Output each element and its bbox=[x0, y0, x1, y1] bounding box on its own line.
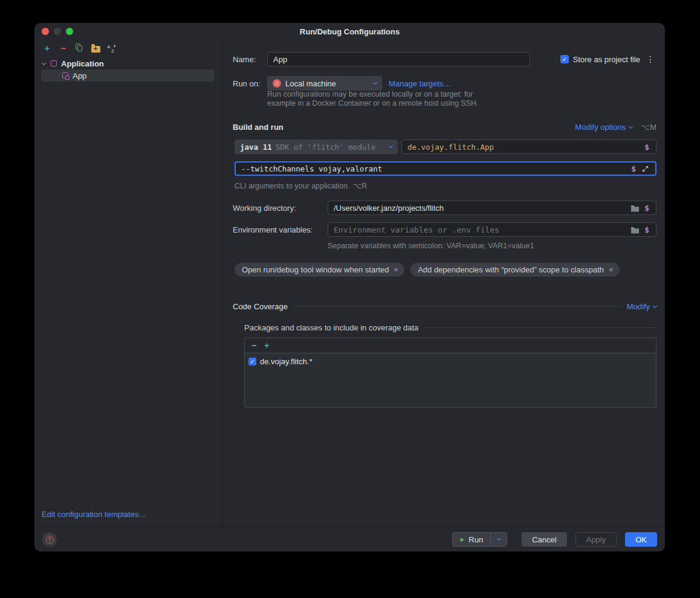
help-button[interactable] bbox=[42, 532, 57, 547]
working-directory-field bbox=[328, 201, 656, 215]
main-class-field bbox=[401, 140, 656, 154]
manage-targets-link[interactable]: Manage targets… bbox=[389, 79, 451, 88]
coverage-table-toolbar bbox=[245, 338, 656, 353]
remove-icon[interactable]: − bbox=[59, 43, 68, 53]
coverage-packages-table: de.vojay.flitch.* bbox=[244, 338, 656, 408]
name-field bbox=[267, 52, 530, 66]
chevron-down-icon bbox=[653, 303, 657, 307]
run-split-button: Run bbox=[452, 532, 507, 547]
run-options-dropdown[interactable] bbox=[491, 533, 507, 546]
run-on-help-text: Run configurations may be executed local… bbox=[267, 90, 656, 108]
working-directory-row: Working directory: bbox=[233, 201, 656, 215]
run-on-label: Run on: bbox=[233, 79, 267, 88]
expand-field-icon[interactable] bbox=[639, 165, 652, 173]
titlebar: Run/Debug Configurations bbox=[34, 23, 665, 40]
environment-variables-hint: Separate variables with semicolon: VAR=v… bbox=[328, 242, 656, 251]
modify-options-link[interactable]: Modify options bbox=[575, 123, 626, 132]
application-type-icon bbox=[51, 60, 57, 66]
remove-icon[interactable] bbox=[251, 341, 256, 350]
configuration-option-tags: Open run/debug tool window when started … bbox=[235, 263, 656, 277]
chevron-down-icon bbox=[629, 124, 633, 128]
app-configuration-icon bbox=[62, 72, 68, 79]
browse-folder-icon[interactable] bbox=[629, 226, 641, 234]
add-icon[interactable]: + bbox=[42, 43, 52, 53]
jdk-version: java 11 bbox=[240, 143, 272, 152]
option-tag: Open run/debug tool window when started bbox=[235, 263, 404, 277]
kebab-menu-icon[interactable] bbox=[644, 54, 656, 64]
coverage-legend-row: Packages and classes to include in cover… bbox=[244, 323, 656, 332]
cancel-button[interactable]: Cancel bbox=[522, 532, 566, 547]
option-tag-label: Add dependencies with “provided” scope t… bbox=[418, 265, 604, 274]
code-coverage-header: Code Coverage Modify bbox=[233, 302, 656, 311]
separator-line bbox=[424, 327, 656, 328]
chevron-down-icon bbox=[373, 80, 377, 85]
program-arguments-field bbox=[235, 161, 656, 176]
run-on-dropdown[interactable]: Local machine bbox=[267, 76, 382, 91]
svg-text:Z: Z bbox=[111, 48, 114, 53]
chevron-down-icon bbox=[389, 144, 393, 148]
environment-variables-label: Environment variables: bbox=[233, 225, 328, 234]
insert-macro-icon[interactable] bbox=[641, 204, 652, 213]
coverage-table-body: de.vojay.flitch.* bbox=[245, 353, 656, 407]
close-icon[interactable] bbox=[609, 265, 614, 274]
ok-button[interactable]: OK bbox=[625, 532, 657, 547]
name-input[interactable] bbox=[268, 55, 526, 64]
browse-folder-icon[interactable] bbox=[629, 204, 641, 212]
store-as-project-file-label: Store as project file bbox=[573, 55, 640, 64]
copy-icon[interactable] bbox=[75, 43, 84, 53]
configuration-editor: Name: Store as project file Run on: Loca… bbox=[222, 40, 665, 527]
insert-macro-icon[interactable] bbox=[641, 225, 652, 234]
configurations-tree: Application App bbox=[34, 56, 222, 82]
environment-variables-field bbox=[328, 222, 656, 237]
tree-node-app-selected[interactable]: App bbox=[41, 69, 214, 82]
insert-macro-icon[interactable] bbox=[628, 164, 639, 173]
chevron-down-icon bbox=[497, 536, 501, 541]
configurations-sidebar: + − A Z Application bbox=[34, 40, 222, 527]
coverage-row-label: de.vojay.flitch.* bbox=[260, 357, 312, 366]
store-as-project-file-group: Store as project file bbox=[560, 54, 656, 64]
option-tag: Add dependencies with “provided” scope t… bbox=[410, 263, 619, 277]
program-arguments-input[interactable] bbox=[236, 164, 628, 173]
run-on-row: Run on: Local machine Manage targets… bbox=[233, 76, 656, 91]
edit-configuration-templates-link[interactable]: Edit configuration templates… bbox=[42, 510, 146, 519]
modify-options-shortcut: ⌥M bbox=[641, 123, 656, 132]
new-folder-icon[interactable] bbox=[91, 43, 100, 53]
name-label: Name: bbox=[233, 55, 267, 64]
coverage-row-checkbox[interactable] bbox=[248, 358, 256, 365]
environment-variables-row: Environment variables: bbox=[233, 222, 656, 237]
run-button-label: Run bbox=[468, 535, 483, 544]
dialog-footer: Run Cancel Apply OK bbox=[34, 527, 665, 551]
sort-alphabetically-icon[interactable]: A Z bbox=[107, 43, 117, 53]
build-and-run-header: Build and run Modify options ⌥M bbox=[233, 123, 656, 132]
apply-button: Apply bbox=[575, 532, 617, 547]
coverage-modify-link[interactable]: Modify bbox=[627, 302, 650, 311]
jdk-dropdown[interactable]: java 11 SDK of 'flitch' module bbox=[235, 140, 398, 154]
separator-line bbox=[294, 306, 621, 307]
cli-arguments-hint: CLI arguments to your application. ⌥R bbox=[235, 182, 656, 191]
run-play-icon bbox=[460, 536, 464, 542]
tree-node-label: Application bbox=[61, 59, 104, 68]
store-as-project-file-checkbox[interactable] bbox=[560, 55, 569, 63]
close-icon[interactable] bbox=[394, 265, 399, 274]
svg-text:A: A bbox=[107, 44, 111, 50]
insert-macro-icon[interactable] bbox=[641, 143, 652, 152]
coverage-legend-label: Packages and classes to include in cover… bbox=[244, 323, 418, 332]
run-debug-configurations-dialog: Run/Debug Configurations + − A Z bbox=[34, 23, 665, 551]
table-row[interactable]: de.vojay.flitch.* bbox=[248, 355, 656, 367]
tree-node-application[interactable]: Application bbox=[34, 57, 222, 69]
run-button[interactable]: Run bbox=[453, 533, 490, 546]
help-icon bbox=[46, 536, 54, 544]
sidebar-toolbar: + − A Z bbox=[34, 40, 222, 56]
jdk-mainclass-row: java 11 SDK of 'flitch' module bbox=[235, 140, 656, 154]
name-row: Name: Store as project file bbox=[233, 52, 656, 66]
chevron-down-icon[interactable] bbox=[42, 60, 46, 65]
window-title: Run/Debug Configurations bbox=[34, 27, 665, 36]
working-directory-label: Working directory: bbox=[233, 204, 328, 213]
add-icon[interactable] bbox=[264, 341, 269, 350]
environment-variables-input[interactable] bbox=[328, 225, 629, 234]
jdk-description: SDK of 'flitch' module bbox=[276, 143, 376, 152]
working-directory-input[interactable] bbox=[328, 204, 629, 213]
option-tag-label: Open run/debug tool window when started bbox=[242, 265, 389, 274]
tree-node-label: App bbox=[73, 71, 86, 80]
main-class-input[interactable] bbox=[402, 143, 641, 152]
